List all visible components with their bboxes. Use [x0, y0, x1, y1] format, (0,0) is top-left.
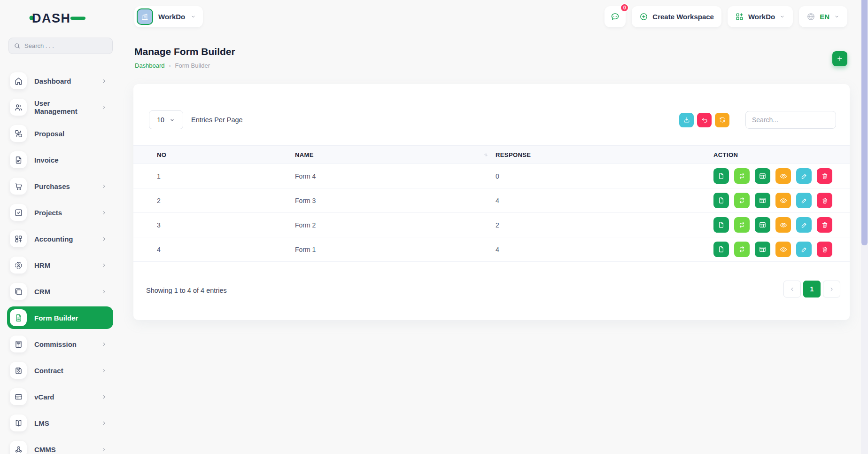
logo[interactable]: DASH	[27, 10, 93, 28]
column-header-action: ACTION	[713, 151, 850, 158]
breadcrumb-dashboard-link[interactable]: Dashboard	[135, 62, 165, 69]
sidebar-item-label: Projects	[34, 209, 62, 217]
column-header-response[interactable]: RESPONSE	[496, 151, 713, 158]
duplicate-form-button[interactable]	[713, 168, 729, 184]
accounting-icon	[10, 230, 27, 247]
delete-form-button[interactable]	[817, 242, 832, 257]
logo-text: DASH	[32, 11, 71, 25]
cell-name: Form 1	[295, 246, 496, 253]
preview-form-button[interactable]	[775, 217, 791, 233]
entries-per-page-select[interactable]: 10	[149, 110, 183, 129]
chevron-right-icon	[101, 394, 107, 400]
sidebar-item-invoice[interactable]: Invoice	[7, 149, 113, 171]
integration-button[interactable]	[734, 193, 750, 208]
create-form-button[interactable]	[832, 51, 847, 66]
pencil-icon	[800, 221, 808, 229]
pencil-icon	[800, 197, 808, 204]
chevron-down-icon	[190, 14, 196, 20]
integration-button[interactable]	[734, 168, 750, 184]
workspace-menu-button[interactable]: WorkDo	[134, 6, 203, 27]
repeat-icon	[738, 196, 746, 204]
sidebar-item-dashboard[interactable]: Dashboard	[7, 70, 113, 92]
sidebar-item-cmms[interactable]: CMMS	[7, 438, 113, 454]
messages-button[interactable]: 0	[604, 6, 626, 27]
preview-form-button[interactable]	[775, 242, 791, 257]
sidebar-item-user-management[interactable]: User Management	[7, 96, 113, 118]
edit-form-button[interactable]	[796, 168, 812, 184]
repeat-icon	[738, 221, 746, 229]
cell-response: 2	[496, 221, 713, 229]
create-workspace-button[interactable]: Create Workspace	[632, 6, 721, 27]
pagination-prev-button[interactable]	[783, 281, 801, 297]
page-scrollbar[interactable]	[861, 0, 868, 454]
sidebar-item-crm[interactable]: CRM	[7, 280, 113, 303]
reload-button[interactable]	[715, 113, 729, 127]
table-header: NO NAME RESPONSE ACTION	[133, 145, 850, 164]
sidebar-item-form-builder[interactable]: Form Builder	[7, 306, 113, 329]
sidebar-item-label: User Management	[34, 99, 93, 115]
cell-response: 4	[496, 246, 713, 253]
sidebar-item-purchases[interactable]: Purchases	[7, 175, 113, 197]
sidebar-item-proposal[interactable]: Proposal	[7, 122, 113, 145]
edit-form-button[interactable]	[796, 217, 812, 233]
sidebar-item-contract[interactable]: Contract	[7, 359, 113, 382]
view-entries-button[interactable]	[755, 193, 770, 208]
entries-per-page-value: 10	[157, 116, 164, 124]
delete-form-button[interactable]	[817, 193, 832, 208]
breadcrumb: Dashboard › Form Builder	[135, 62, 210, 69]
language-selector-button[interactable]: EN	[799, 6, 847, 27]
export-button[interactable]	[679, 113, 694, 127]
cell-name: Form 4	[295, 172, 496, 180]
sidebar-item-label: CRM	[34, 288, 50, 296]
workspace-switcher-button[interactable]: WorkDo	[728, 6, 793, 27]
showing-entries-text: Showing 1 to 4 of 4 entries	[146, 287, 227, 294]
delete-form-button[interactable]	[817, 217, 832, 233]
check-square-icon	[10, 204, 27, 221]
view-entries-button[interactable]	[755, 168, 770, 184]
duplicate-form-button[interactable]	[713, 193, 729, 208]
sidebar: DASH Dashboard User Management Proposal	[0, 0, 123, 454]
edit-form-button[interactable]	[796, 242, 812, 257]
sidebar-search-input[interactable]	[24, 42, 108, 49]
sidebar-item-commission[interactable]: Commission	[7, 333, 113, 355]
book-icon	[10, 415, 27, 431]
plus-circle-icon	[639, 12, 648, 21]
scrollbar-thumb[interactable]	[861, 0, 868, 245]
preview-form-button[interactable]	[775, 193, 791, 208]
messages-count-badge: 0	[620, 3, 629, 12]
view-entries-button[interactable]	[755, 217, 770, 233]
sidebar-search	[8, 38, 113, 54]
sort-icon[interactable]	[483, 152, 489, 158]
preview-form-button[interactable]	[775, 168, 791, 184]
form-builder-card: 10 Entries Per Page NO NAME RESPONSE ACT…	[133, 84, 850, 320]
trash-icon	[821, 172, 829, 180]
sidebar-item-label: vCard	[34, 393, 54, 401]
integration-button[interactable]	[734, 242, 750, 257]
pagination-page-1-button[interactable]: 1	[803, 281, 821, 297]
chevron-right-icon	[101, 341, 107, 347]
sidebar-item-lms[interactable]: LMS	[7, 412, 113, 434]
sidebar-item-vcard[interactable]: vCard	[7, 385, 113, 408]
refresh-icon	[719, 116, 726, 124]
pencil-icon	[800, 172, 808, 180]
column-header-name[interactable]: NAME	[295, 151, 496, 158]
cell-no: 1	[157, 172, 295, 180]
view-entries-button[interactable]	[755, 242, 770, 257]
eye-icon	[779, 221, 788, 229]
sidebar-item-accounting[interactable]: Accounting	[7, 227, 113, 250]
duplicate-form-button[interactable]	[713, 242, 729, 257]
topbar-actions: 0 Create Workspace WorkDo EN	[604, 6, 847, 27]
sidebar-item-projects[interactable]: Projects	[7, 201, 113, 224]
invoice-icon	[10, 151, 27, 168]
reset-button[interactable]	[697, 113, 712, 127]
table-search-input[interactable]	[745, 111, 836, 129]
chevron-down-icon	[779, 14, 785, 20]
integration-button[interactable]	[734, 217, 750, 233]
column-header-no[interactable]: NO	[157, 151, 295, 158]
delete-form-button[interactable]	[817, 168, 832, 184]
pagination-next-button[interactable]	[823, 281, 840, 297]
workspace-avatar-building-icon	[137, 8, 153, 25]
duplicate-form-button[interactable]	[713, 217, 729, 233]
sidebar-item-hrm[interactable]: HRM	[7, 254, 113, 276]
edit-form-button[interactable]	[796, 193, 812, 208]
